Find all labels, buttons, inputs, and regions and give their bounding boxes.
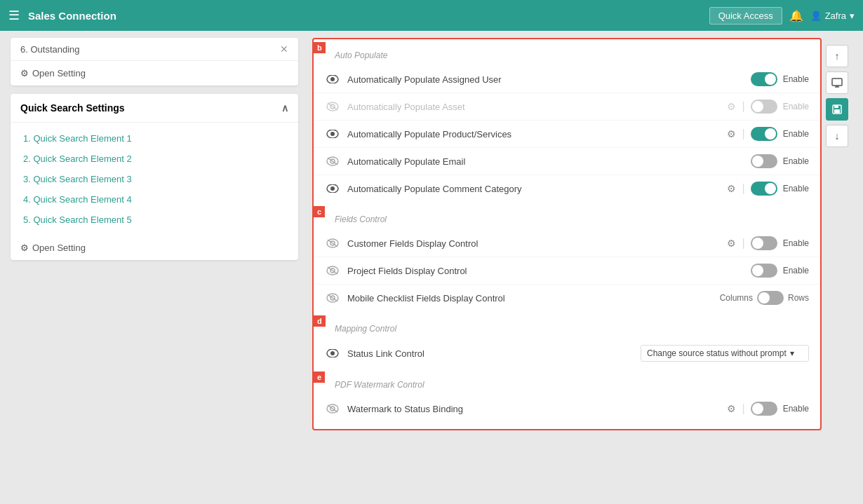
status-link-dropdown[interactable]: Change source status without prompt ▾ (641, 345, 809, 362)
toggle-label-disabled: Enable (783, 102, 809, 111)
divider: | (742, 100, 744, 113)
left-panel: 6. Outstanding ✕ ⚙ Open Setting Quick Se… (0, 31, 309, 504)
setting-row: Automatically Populate Assigned User Ena… (314, 66, 820, 93)
setting-controls-dropdown: Change source status without prompt ▾ (641, 345, 809, 362)
rows-label: Rows (788, 293, 809, 303)
close-icon[interactable]: ✕ (280, 43, 288, 55)
open-setting-button-2[interactable]: ⚙ Open Setting (11, 236, 298, 260)
setting-label: Status Link Control (347, 348, 634, 359)
open-setting-button-1[interactable]: ⚙ Open Setting (11, 61, 298, 86)
section-e: e PDF Watermark Control Watermark to Sta… (314, 369, 820, 422)
settings-container: b Auto Populate Automatically Populate A… (312, 38, 822, 430)
eye-off-icon (325, 154, 340, 169)
user-menu[interactable]: 👤 Zafra ▾ (810, 11, 855, 21)
setting-label-disabled: Automatically Populate Asset (347, 102, 720, 112)
scroll-down-button[interactable]: ↓ (826, 125, 848, 147)
divider: | (742, 402, 744, 415)
setting-controls: Enable (751, 72, 809, 86)
setting-row: Automatically Populate Asset ⚙ | Enable (314, 93, 820, 121)
list-item[interactable]: 2. Quick Search Element 2 (20, 149, 288, 169)
setting-label: Mobile Checklist Fields Display Control (347, 293, 713, 304)
main-layout: 6. Outstanding ✕ ⚙ Open Setting Quick Se… (0, 31, 863, 504)
toggle-label: Enable (783, 266, 809, 275)
svg-rect-30 (834, 105, 838, 108)
eye-off-icon (325, 290, 340, 306)
setting-label: Customer Fields Display Control (347, 238, 720, 249)
setting-label: Automatically Populate Email (347, 156, 744, 167)
gear-icon: ⚙ (20, 243, 29, 253)
setting-controls: ⚙ | Enable (727, 236, 809, 250)
toggle-assigned-user[interactable] (751, 72, 777, 86)
user-name: Zafra (825, 11, 846, 21)
section-d: d Mapping Control Status Link Control Ch… (314, 313, 820, 367)
toggle-mobile-checklist[interactable] (757, 291, 784, 305)
setting-row: Automatically Populate Email Enable (314, 148, 820, 175)
collapse-icon[interactable]: ∧ (281, 102, 288, 114)
save-button[interactable] (826, 98, 848, 121)
svg-point-11 (330, 186, 335, 191)
eye-icon (325, 181, 340, 196)
setting-controls: ⚙ | Enable (727, 127, 809, 141)
setting-controls: Enable (751, 154, 809, 168)
gear-icon[interactable]: ⚙ (727, 183, 736, 194)
eye-icon (325, 71, 340, 87)
list-item[interactable]: 3. Quick Search Element 3 (20, 169, 288, 189)
setting-label: Automatically Populate Assigned User (347, 74, 744, 85)
gear-icon[interactable]: ⚙ (727, 403, 736, 414)
mapping-control-header: Mapping Control (314, 318, 820, 339)
divider: | (742, 182, 744, 195)
scroll-up-button[interactable]: ↑ (826, 45, 848, 67)
list-item[interactable]: 4. Quick Search Element 4 (20, 189, 288, 210)
gear-icon-disabled: ⚙ (727, 101, 736, 112)
toggle-email[interactable] (751, 154, 777, 168)
section-b: b Auto Populate Automatically Populate A… (314, 39, 820, 202)
monitor-button[interactable] (826, 71, 848, 94)
toggle-project-fields[interactable] (751, 264, 777, 278)
outstanding-card: 6. Outstanding ✕ ⚙ Open Setting (11, 38, 298, 86)
outstanding-card-header: 6. Outstanding ✕ (11, 38, 298, 61)
quick-access-button[interactable]: Quick Access (709, 7, 782, 25)
toggle-label: Enable (783, 129, 809, 139)
quick-search-list: 1. Quick Search Element 1 2. Quick Searc… (11, 123, 298, 236)
toggle-label: Enable (783, 184, 809, 193)
setting-label: Automatically Populate Comment Category (347, 184, 720, 194)
gear-icon[interactable]: ⚙ (727, 128, 736, 139)
setting-controls: ⚙ | Enable (727, 182, 809, 196)
quick-search-header: Quick Search Settings ∧ (11, 94, 298, 123)
section-c: c Fields Control Customer Fields Display… (314, 203, 820, 311)
gear-icon: ⚙ (20, 68, 29, 79)
columns-label: Columns (720, 293, 753, 303)
list-item[interactable]: 5. Quick Search Element 5 (20, 210, 288, 230)
app-title: Sales Connection (28, 10, 116, 22)
setting-controls-col-row: Columns Rows (720, 291, 809, 305)
list-item[interactable]: 1. Quick Search Element 1 (20, 128, 288, 149)
divider: | (742, 237, 744, 250)
toggle-customer-fields[interactable] (751, 236, 777, 250)
toggle-label: Enable (783, 156, 809, 166)
eye-icon (325, 346, 340, 361)
divider: | (742, 128, 744, 140)
hamburger-menu-icon[interactable]: ☰ (8, 8, 20, 23)
columns-rows-control: Columns Rows (720, 291, 809, 305)
dropdown-value: Change source status without prompt (647, 348, 787, 358)
section-d-label: d (314, 315, 326, 327)
quick-search-settings-card: Quick Search Settings ∧ 1. Quick Search … (11, 94, 298, 260)
chevron-down-icon: ▾ (850, 11, 855, 21)
svg-rect-26 (832, 79, 842, 86)
setting-controls: Enable (751, 264, 809, 278)
svg-rect-31 (834, 109, 840, 113)
pdf-watermark-header: PDF Watermark Control (314, 374, 820, 395)
bell-icon[interactable]: 🔔 (789, 9, 803, 22)
toggle-comment-category[interactable] (751, 182, 777, 196)
user-icon: 👤 (810, 11, 822, 21)
gear-icon[interactable]: ⚙ (727, 238, 736, 249)
toggle-label: Enable (783, 238, 809, 248)
setting-row: Automatically Populate Product/Services … (314, 121, 820, 148)
setting-label: Automatically Populate Product/Services (347, 129, 720, 139)
toggle-product-services[interactable] (751, 127, 777, 141)
setting-row: Watermark to Status Binding ⚙ | Enable (314, 395, 820, 422)
setting-label: Watermark to Status Binding (347, 404, 720, 414)
toggle-watermark[interactable] (751, 402, 777, 416)
top-navigation: ☰ Sales Connection Quick Access 🔔 👤 Zafr… (0, 0, 863, 31)
svg-point-22 (330, 351, 335, 355)
